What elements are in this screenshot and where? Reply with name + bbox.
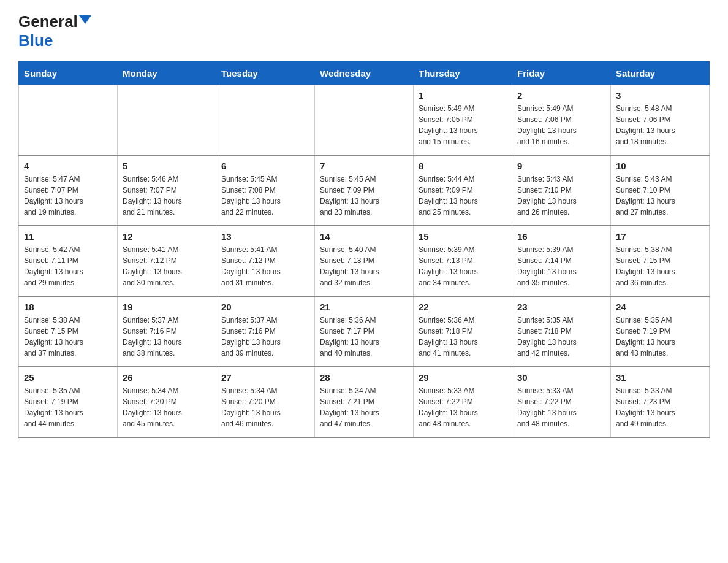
day-info: Sunrise: 5:43 AM Sunset: 7:10 PM Dayligh… xyxy=(517,174,605,218)
day-info: Sunrise: 5:38 AM Sunset: 7:15 PM Dayligh… xyxy=(24,315,112,359)
calendar-day-cell: 23Sunrise: 5:35 AM Sunset: 7:18 PM Dayli… xyxy=(512,296,611,367)
calendar-day-cell: 22Sunrise: 5:36 AM Sunset: 7:18 PM Dayli… xyxy=(414,296,512,367)
day-number: 16 xyxy=(517,231,605,242)
day-info: Sunrise: 5:40 AM Sunset: 7:13 PM Dayligh… xyxy=(320,244,408,288)
day-number: 21 xyxy=(320,302,408,312)
day-info: Sunrise: 5:35 AM Sunset: 7:18 PM Dayligh… xyxy=(517,315,605,359)
day-number: 14 xyxy=(320,231,408,242)
calendar-day-cell: 13Sunrise: 5:41 AM Sunset: 7:12 PM Dayli… xyxy=(216,226,315,296)
day-number: 27 xyxy=(221,372,309,383)
calendar-day-cell: 14Sunrise: 5:40 AM Sunset: 7:13 PM Dayli… xyxy=(315,226,414,296)
day-number: 23 xyxy=(517,302,605,312)
calendar-day-cell: 21Sunrise: 5:36 AM Sunset: 7:17 PM Dayli… xyxy=(315,296,414,367)
calendar-day-cell: 28Sunrise: 5:34 AM Sunset: 7:21 PM Dayli… xyxy=(315,367,414,437)
calendar-day-cell xyxy=(118,85,216,156)
day-info: Sunrise: 5:34 AM Sunset: 7:20 PM Dayligh… xyxy=(123,385,211,429)
day-of-week-header: Saturday xyxy=(611,62,710,85)
day-info: Sunrise: 5:38 AM Sunset: 7:15 PM Dayligh… xyxy=(616,244,704,288)
day-number: 3 xyxy=(616,90,704,101)
calendar-day-cell: 16Sunrise: 5:39 AM Sunset: 7:14 PM Dayli… xyxy=(512,226,611,296)
calendar-day-cell: 18Sunrise: 5:38 AM Sunset: 7:15 PM Dayli… xyxy=(19,296,118,367)
day-info: Sunrise: 5:35 AM Sunset: 7:19 PM Dayligh… xyxy=(616,315,704,359)
calendar-day-cell: 2Sunrise: 5:49 AM Sunset: 7:06 PM Daylig… xyxy=(512,85,611,156)
logo: General Blue xyxy=(18,12,91,50)
calendar-day-cell: 5Sunrise: 5:46 AM Sunset: 7:07 PM Daylig… xyxy=(118,155,216,226)
day-info: Sunrise: 5:34 AM Sunset: 7:20 PM Dayligh… xyxy=(221,385,309,429)
day-info: Sunrise: 5:42 AM Sunset: 7:11 PM Dayligh… xyxy=(24,244,112,288)
day-info: Sunrise: 5:33 AM Sunset: 7:22 PM Dayligh… xyxy=(419,385,507,429)
calendar-day-cell: 25Sunrise: 5:35 AM Sunset: 7:19 PM Dayli… xyxy=(19,367,118,437)
calendar-day-cell: 20Sunrise: 5:37 AM Sunset: 7:16 PM Dayli… xyxy=(216,296,315,367)
calendar-day-cell: 3Sunrise: 5:48 AM Sunset: 7:06 PM Daylig… xyxy=(611,85,710,156)
calendar-day-cell: 30Sunrise: 5:33 AM Sunset: 7:22 PM Dayli… xyxy=(512,367,611,437)
day-info: Sunrise: 5:48 AM Sunset: 7:06 PM Dayligh… xyxy=(616,103,704,147)
day-number: 2 xyxy=(517,90,605,101)
calendar-day-cell: 31Sunrise: 5:33 AM Sunset: 7:23 PM Dayli… xyxy=(611,367,710,437)
day-of-week-header: Tuesday xyxy=(216,62,315,85)
day-info: Sunrise: 5:43 AM Sunset: 7:10 PM Dayligh… xyxy=(616,174,704,218)
calendar-day-cell: 12Sunrise: 5:41 AM Sunset: 7:12 PM Dayli… xyxy=(118,226,216,296)
calendar-week-row: 25Sunrise: 5:35 AM Sunset: 7:19 PM Dayli… xyxy=(19,367,710,437)
day-info: Sunrise: 5:39 AM Sunset: 7:14 PM Dayligh… xyxy=(517,244,605,288)
day-number: 30 xyxy=(517,372,605,383)
calendar-day-cell: 10Sunrise: 5:43 AM Sunset: 7:10 PM Dayli… xyxy=(611,155,710,226)
day-info: Sunrise: 5:46 AM Sunset: 7:07 PM Dayligh… xyxy=(123,174,211,218)
day-number: 28 xyxy=(320,372,408,383)
day-info: Sunrise: 5:33 AM Sunset: 7:23 PM Dayligh… xyxy=(616,385,704,429)
day-number: 22 xyxy=(419,302,507,312)
calendar-day-cell: 6Sunrise: 5:45 AM Sunset: 7:08 PM Daylig… xyxy=(216,155,315,226)
day-number: 12 xyxy=(123,231,211,242)
day-info: Sunrise: 5:33 AM Sunset: 7:22 PM Dayligh… xyxy=(517,385,605,429)
calendar-week-row: 1Sunrise: 5:49 AM Sunset: 7:05 PM Daylig… xyxy=(19,85,710,156)
day-info: Sunrise: 5:47 AM Sunset: 7:07 PM Dayligh… xyxy=(24,174,112,218)
day-number: 11 xyxy=(24,231,112,242)
calendar-day-cell: 7Sunrise: 5:45 AM Sunset: 7:09 PM Daylig… xyxy=(315,155,414,226)
day-number: 1 xyxy=(419,90,507,101)
day-number: 25 xyxy=(24,372,112,383)
day-info: Sunrise: 5:39 AM Sunset: 7:13 PM Dayligh… xyxy=(419,244,507,288)
calendar-day-cell: 9Sunrise: 5:43 AM Sunset: 7:10 PM Daylig… xyxy=(512,155,611,226)
day-number: 5 xyxy=(123,161,211,171)
day-info: Sunrise: 5:44 AM Sunset: 7:09 PM Dayligh… xyxy=(419,174,507,218)
day-number: 18 xyxy=(24,302,112,312)
calendar-day-cell xyxy=(216,85,315,156)
calendar-week-row: 11Sunrise: 5:42 AM Sunset: 7:11 PM Dayli… xyxy=(19,226,710,296)
page-header: General Blue xyxy=(18,12,710,50)
calendar-body: 1Sunrise: 5:49 AM Sunset: 7:05 PM Daylig… xyxy=(19,85,710,438)
calendar-table: SundayMondayTuesdayWednesdayThursdayFrid… xyxy=(18,61,710,438)
day-number: 26 xyxy=(123,372,211,383)
calendar-day-cell xyxy=(19,85,118,156)
day-of-week-header: Wednesday xyxy=(315,62,414,85)
day-info: Sunrise: 5:37 AM Sunset: 7:16 PM Dayligh… xyxy=(123,315,211,359)
calendar-day-cell: 4Sunrise: 5:47 AM Sunset: 7:07 PM Daylig… xyxy=(19,155,118,226)
day-number: 7 xyxy=(320,161,408,171)
day-info: Sunrise: 5:41 AM Sunset: 7:12 PM Dayligh… xyxy=(221,244,309,288)
calendar-day-cell xyxy=(315,85,414,156)
calendar-day-cell: 29Sunrise: 5:33 AM Sunset: 7:22 PM Dayli… xyxy=(414,367,512,437)
calendar-day-cell: 27Sunrise: 5:34 AM Sunset: 7:20 PM Dayli… xyxy=(216,367,315,437)
day-of-week-header: Friday xyxy=(512,62,611,85)
day-number: 4 xyxy=(24,161,112,171)
day-info: Sunrise: 5:41 AM Sunset: 7:12 PM Dayligh… xyxy=(123,244,211,288)
day-of-week-header: Sunday xyxy=(19,62,118,85)
day-number: 31 xyxy=(616,372,704,383)
calendar-day-cell: 17Sunrise: 5:38 AM Sunset: 7:15 PM Dayli… xyxy=(611,226,710,296)
day-of-week-header: Monday xyxy=(118,62,216,85)
day-info: Sunrise: 5:49 AM Sunset: 7:06 PM Dayligh… xyxy=(517,103,605,147)
day-number: 29 xyxy=(419,372,507,383)
day-info: Sunrise: 5:45 AM Sunset: 7:08 PM Dayligh… xyxy=(221,174,309,218)
calendar-day-cell: 26Sunrise: 5:34 AM Sunset: 7:20 PM Dayli… xyxy=(118,367,216,437)
day-number: 19 xyxy=(123,302,211,312)
day-number: 20 xyxy=(221,302,309,312)
calendar-day-cell: 19Sunrise: 5:37 AM Sunset: 7:16 PM Dayli… xyxy=(118,296,216,367)
logo-triangle-icon xyxy=(79,15,91,24)
calendar-day-cell: 15Sunrise: 5:39 AM Sunset: 7:13 PM Dayli… xyxy=(414,226,512,296)
calendar-week-row: 18Sunrise: 5:38 AM Sunset: 7:15 PM Dayli… xyxy=(19,296,710,367)
day-number: 6 xyxy=(221,161,309,171)
calendar-day-cell: 24Sunrise: 5:35 AM Sunset: 7:19 PM Dayli… xyxy=(611,296,710,367)
calendar-day-cell: 11Sunrise: 5:42 AM Sunset: 7:11 PM Dayli… xyxy=(19,226,118,296)
day-number: 10 xyxy=(616,161,704,171)
day-info: Sunrise: 5:45 AM Sunset: 7:09 PM Dayligh… xyxy=(320,174,408,218)
day-info: Sunrise: 5:36 AM Sunset: 7:18 PM Dayligh… xyxy=(419,315,507,359)
day-info: Sunrise: 5:36 AM Sunset: 7:17 PM Dayligh… xyxy=(320,315,408,359)
